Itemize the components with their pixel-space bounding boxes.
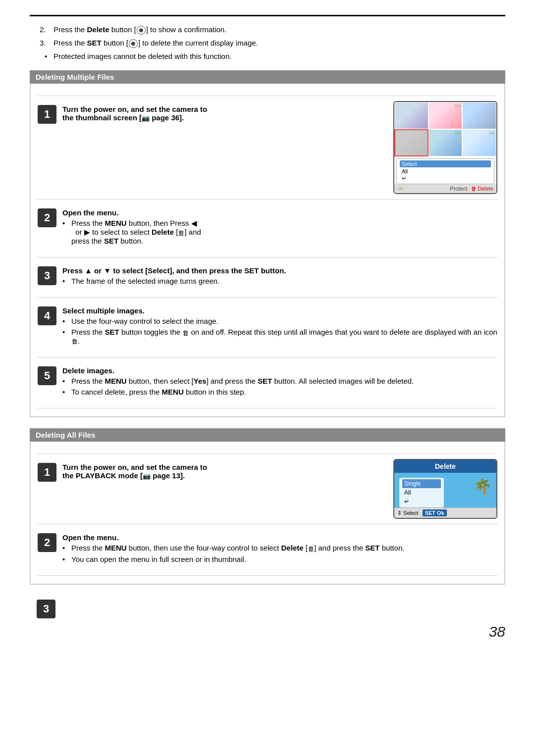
step-content-5: Delete images. Press the MENU button, th… (62, 362, 497, 403)
cam-thumb-5: On (428, 129, 463, 156)
step-row-all-1: 1 Turn the power on, and set the camera … (38, 459, 497, 519)
step-content-3: Press ▲ or ▼ to select [Select], and the… (62, 262, 497, 292)
section-body-multiple: 1 Turn the power on, and set the camera … (30, 84, 505, 417)
step-title-5: Delete images. (62, 366, 497, 375)
section-header-all: Deleting All Files (30, 428, 505, 442)
intro-step-3: 3. Press the SET button [⊕] to delete th… (40, 39, 505, 48)
delete-ui-menu: Single All ↵ (399, 478, 444, 507)
step-5-bullet-1: Press the MENU button, then select [Yes]… (62, 377, 497, 385)
section-body-all: 1 Turn the power on, and set the camera … (30, 442, 505, 585)
step-2-bullets: Press the MENU button, then Press ◀ or ▶… (62, 219, 497, 245)
cam-menu-select: Select (400, 160, 491, 167)
step-block-3: 3 Press ▲ or ▼ to select [Select], and t… (38, 262, 497, 292)
step-5-bullet-2: To cancel delete, press the MENU button … (62, 388, 497, 396)
delete-ui-title: Delete (394, 460, 496, 473)
step-num-1: 1 (38, 105, 56, 124)
step-2-bullet-1: Press the MENU button, then Press ◀ or ▶… (62, 219, 497, 245)
step-block-5: 5 Delete images. Press the MENU button, … (38, 362, 497, 403)
intro-bullet-list: Protected images cannot be deleted with … (45, 52, 505, 60)
step-num-2: 2 (38, 208, 56, 227)
cam-delete-label: 🗑 Delete (471, 186, 493, 192)
divider (38, 524, 497, 524)
step-4-bullet-1: Use the four-way control to select the i… (62, 317, 497, 325)
step-all-2-bullet-2: You can open the menu in full screen or … (62, 555, 497, 563)
set-ok-badge: SET Ok (423, 509, 447, 516)
step-all-2-bullets: Press the MENU button, then use the four… (62, 544, 497, 563)
delete-ui-menu-overlay: Single All ↵ (399, 478, 444, 510)
step-title-all-1: Turn the power on, and set the camera to… (62, 463, 382, 480)
step-content-1: Turn the power on, and set the camera to… (62, 101, 382, 194)
cam-menu-overlay: Select All ↵ (396, 158, 494, 184)
step-block-all-2: 2 Open the menu. Press the MENU button, … (38, 529, 497, 570)
step-content-all-1: Turn the power on, and set the camera to… (62, 459, 382, 519)
step-block-1: 1 Turn the power on, and set the camera … (38, 101, 497, 194)
step-block-4: 4 Select multiple images. Use the four-w… (38, 302, 497, 352)
step-3-bullet-1: The frame of the selected image turns gr… (62, 277, 497, 285)
step-num-4: 4 (38, 306, 56, 325)
cam-bottom-bar-1: On Protect 🗑 Delete (394, 184, 496, 193)
step-block-2: 2 Open the menu. Press the MENU button, … (38, 204, 497, 252)
cam-protect-label: Protect (450, 186, 467, 192)
divider (38, 575, 497, 576)
step-3-bullets: The frame of the selected image turns gr… (62, 277, 497, 285)
step-5-bullets: Press the MENU button, then select [Yes]… (62, 377, 497, 396)
delete-ui-body: 🌴 Single All ↵ (394, 473, 496, 507)
delete-ui-return: ↵ (402, 497, 441, 506)
step-row-4: 4 Select multiple images. Use the four-w… (38, 302, 497, 352)
step-image-all-1: Delete 🌴 Single All ↵ (393, 459, 497, 519)
cam-menu-return: ↵ (400, 175, 491, 182)
section-deleting-all: Deleting All Files 1 Turn the power on, … (30, 428, 505, 585)
cam-thumb-2: On (428, 102, 463, 129)
step-title-1: Turn the power on, and set the camera to… (62, 105, 382, 122)
cam-ui-1: On On On (393, 101, 497, 194)
step-content-2: Open the menu. Press the MENU button, th… (62, 204, 497, 252)
step-num-3: 3 (38, 266, 56, 285)
step-num-all-1: 1 (38, 463, 56, 482)
section-deleting-multiple: Deleting Multiple Files 1 Turn the power… (30, 70, 505, 417)
step-title-2: Open the menu. (62, 208, 497, 217)
step-4-bullets: Use the four-way control to select the i… (62, 317, 497, 345)
arrow-select-icon: ⇕ Select (397, 510, 419, 516)
delete-ui-all: All (402, 488, 441, 497)
step-image-1: On On On (393, 101, 497, 194)
intro-bullet: Protected images cannot be deleted with … (45, 52, 505, 60)
cam-thumb-3 (462, 102, 496, 129)
step-num-all-2: 2 (38, 533, 56, 552)
delete-ui-single: Single (402, 479, 441, 488)
intro-step-2: 2. Press the Delete button [⊕] to show a… (40, 25, 505, 35)
cam-thumbnails: On On On (394, 102, 496, 156)
step-4-bullet-2: Press the SET button toggles the 🗑 on an… (62, 328, 497, 345)
step-title-3: Press ▲ or ▼ to select [Select], and the… (62, 266, 497, 275)
divider (38, 408, 497, 408)
step-content-all-2: Open the menu. Press the MENU button, th… (62, 529, 497, 570)
top-divider (30, 15, 505, 16)
cam-bottom-right: Protect 🗑 Delete (450, 186, 493, 192)
divider (38, 454, 497, 454)
divider (38, 257, 497, 257)
page-number: 38 (30, 623, 505, 640)
cam-menu-all: All (400, 168, 491, 175)
divider (38, 199, 497, 200)
divider (38, 357, 497, 357)
step-title-4: Select multiple images. (62, 306, 497, 315)
step-content-4: Select multiple images. Use the four-way… (62, 302, 497, 352)
step-all-2-bullet-1: Press the MENU button, then use the four… (62, 544, 497, 553)
delete-ui: Delete 🌴 Single All ↵ (393, 459, 497, 519)
cam-thumb-6: On (462, 129, 496, 156)
divider (38, 96, 497, 96)
cam-on-badge: On (397, 186, 403, 191)
cam-thumb-1 (394, 102, 428, 129)
step-row-2: 2 Open the menu. Press the MENU button, … (38, 204, 497, 252)
step-title-all-2: Open the menu. (62, 533, 497, 542)
step-row-1: 1 Turn the power on, and set the camera … (38, 101, 497, 194)
intro-steps: 2. Press the Delete button [⊕] to show a… (40, 25, 505, 48)
cam-thumb-4 (394, 129, 428, 156)
step-num-all-3: 3 (37, 600, 55, 618)
divider (38, 297, 497, 298)
step-row-all-2: 2 Open the menu. Press the MENU button, … (38, 529, 497, 570)
step-row-5: 5 Delete images. Press the MENU button, … (38, 362, 497, 403)
step-block-all-1: 1 Turn the power on, and set the camera … (38, 459, 497, 519)
step-all-3-row: 3 (30, 596, 505, 618)
step-row-3: 3 Press ▲ or ▼ to select [Select], and t… (38, 262, 497, 292)
section-header-multiple: Deleting Multiple Files (30, 70, 505, 84)
